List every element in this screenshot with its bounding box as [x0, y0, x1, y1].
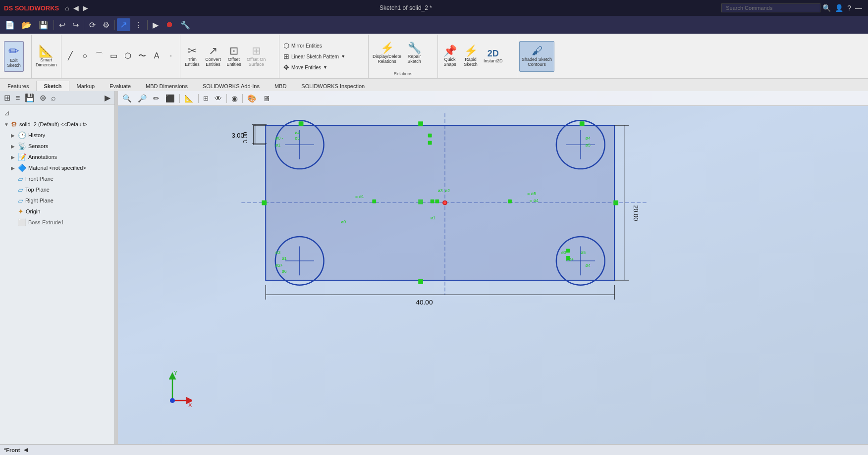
quick-snaps-button[interactable]: 📌 QuickSnaps — [440, 41, 460, 72]
offset-label: OffsetEntities — [226, 57, 241, 67]
qat-macro-button[interactable]: ▶ — [150, 19, 162, 31]
repair-sketch-button[interactable]: 🔧 RepairSketch — [404, 38, 424, 69]
view-zoom-fit-button[interactable]: 🔍 — [120, 93, 134, 104]
tab-solidworks-inspection[interactable]: SOLIDWORKS Inspection — [294, 81, 372, 91]
svg-rect-17 — [580, 121, 585, 126]
view-sketch-edit-button[interactable]: ✏ — [151, 93, 162, 104]
view-realview-button[interactable]: 🎨 — [245, 93, 259, 104]
tree-item-origin[interactable]: ✦ Origin — [0, 206, 114, 217]
qat-save-button[interactable]: 💾 — [36, 19, 52, 31]
search-button[interactable]: 🔍 — [820, 4, 833, 12]
tree-item-history[interactable]: ▶ 🕐 History — [0, 130, 114, 141]
offset-surface-label: Offset OnSurface — [247, 57, 266, 67]
sidebar-list-button[interactable]: ≡ — [13, 93, 22, 103]
exit-sketch-button[interactable]: ✏ ExitSketch — [4, 41, 24, 72]
offset-surface-icon: ⊞ — [252, 46, 261, 56]
rapid-sketch-button[interactable]: ⚡ RapidSketch — [461, 41, 481, 72]
line-button[interactable]: ╱ — [63, 49, 77, 64]
tree-item-material[interactable]: ▶ 🔷 Material <not specified> — [0, 162, 114, 173]
view-mode-button[interactable]: 👁 — [212, 93, 224, 103]
tree-item-front-plane[interactable]: ▱ Front Plane — [0, 173, 114, 184]
help-button[interactable]: ? — [845, 4, 853, 12]
minimize-button[interactable]: — — [853, 4, 864, 12]
view-appearance-button[interactable]: ◉ — [229, 93, 240, 104]
svg-text:ø5: ø5 — [586, 143, 591, 148]
display-relations-button[interactable]: ⚡ Display/DeleteRelations — [371, 38, 403, 69]
sketch-view[interactable]: ø0 ø1 - ø4 ø5 ø4 ø5 = ø1 ø3 ø2 = ø5 = ø4… — [227, 108, 663, 321]
svg-rect-24 — [566, 249, 570, 253]
point-button[interactable]: · — [164, 49, 178, 64]
tree-item-annotations[interactable]: ▶ 📝 Annotations — [0, 152, 114, 162]
qat-redo-button[interactable]: ↪ — [69, 19, 82, 31]
linear-sketch-button[interactable]: ⊞ Linear Sketch Pattern ▼ — [281, 51, 347, 61]
svg-text:Y: Y — [174, 371, 178, 376]
tree-item-boss-extrude[interactable]: ⬜ Boss-Extrude1 — [0, 217, 114, 228]
nav-forward-button[interactable]: ▶ — [81, 4, 90, 12]
qat-options-button[interactable]: ⚙ — [100, 19, 112, 31]
canvas-area[interactable]: 🔍 🔎 ✏ ⬛ 📐 ⊞ 👁 ◉ 🎨 🖥 — [118, 91, 868, 455]
nav-back-button[interactable]: ◀ — [71, 4, 81, 12]
svg-text:ø5: ø5 — [295, 136, 300, 141]
qat-separator-2 — [84, 20, 84, 30]
shaded-sketch-button[interactable]: 🖌 Shaded SketchContours — [519, 41, 554, 72]
tree-item-top-plane[interactable]: ▱ Top Plane — [0, 184, 114, 195]
qat-rebuild-button[interactable]: ⟳ — [86, 19, 99, 31]
nav-home-button[interactable]: ⌂ — [63, 4, 71, 12]
tab-solidworks-addins[interactable]: SOLIDWORKS Add-Ins — [195, 81, 267, 91]
rectangle-button[interactable]: ▭ — [107, 49, 120, 64]
spline-button[interactable]: 〜 — [135, 49, 149, 64]
svg-text:ø4: ø4 — [295, 130, 300, 135]
material-label: Material <not specified> — [28, 165, 86, 171]
polygon-button[interactable]: ⬡ — [121, 49, 135, 64]
expand-right-plane — [11, 198, 18, 203]
qat-undo-button[interactable]: ↩ — [56, 19, 68, 31]
arc-button[interactable]: ⌒ — [92, 49, 106, 64]
tab-markup[interactable]: Markup — [69, 81, 103, 91]
sidebar-save-button[interactable]: 💾 — [23, 92, 37, 103]
tab-mbd-dimensions[interactable]: MBD Dimensions — [138, 81, 195, 91]
sidebar-navigate-button[interactable]: ▶ — [103, 92, 112, 103]
qat-new-button[interactable]: 📄 — [2, 19, 18, 31]
view-zoom-area-button[interactable]: 🔎 — [135, 93, 150, 104]
svg-rect-27 — [508, 200, 512, 203]
tree-item-sensors[interactable]: ▶ 📡 Sensors — [0, 141, 114, 152]
svg-text:ø1: ø1 — [275, 143, 280, 148]
qat-open-button[interactable]: 📂 — [19, 19, 35, 31]
view-section-button[interactable]: 📐 — [182, 93, 196, 104]
tab-features[interactable]: Features — [0, 81, 36, 91]
move-entities-button[interactable]: ✥ Move Entities ▼ — [281, 62, 347, 72]
qat-record-button[interactable]: ⏺ — [163, 19, 176, 30]
sidebar-filter-button[interactable]: ⊞ — [2, 92, 12, 103]
convert-entities-button[interactable]: ↗ ConvertEntities — [203, 41, 223, 72]
circle-button[interactable]: ○ — [78, 49, 92, 64]
tab-sketch[interactable]: Sketch — [36, 81, 69, 91]
offset-entities-button[interactable]: ⊡ OffsetEntities — [224, 41, 244, 72]
view-grid-button[interactable]: ⊞ — [201, 94, 211, 103]
sidebar-toolbar: ⊞ ≡ 💾 ⊕ ⌕ ▶ — [0, 91, 114, 105]
user-button[interactable]: 👤 — [833, 4, 845, 12]
tree-item-solid2[interactable]: ▼ ⚙ solid_2 (Default) <<Default> — [0, 119, 114, 130]
tab-mbd[interactable]: MBD — [267, 81, 294, 91]
search-commands-input[interactable] — [721, 3, 820, 12]
sidebar-search-button[interactable]: ⌕ — [49, 93, 58, 103]
material-icon: 🔷 — [18, 164, 26, 172]
qat-separator-3 — [114, 20, 115, 30]
sidebar-pin-button[interactable]: ⊕ — [38, 92, 48, 103]
tree-item-right-plane[interactable]: ▱ Right Plane — [0, 195, 114, 206]
tab-evaluate[interactable]: Evaluate — [102, 81, 138, 91]
offset-surface-button[interactable]: ⊞ Offset OnSurface — [245, 41, 268, 72]
svg-rect-22 — [428, 134, 432, 138]
view-display2-button[interactable]: 🖥 — [260, 93, 272, 103]
instant2d-button[interactable]: 2D Instant2D — [482, 41, 505, 72]
scroll-left-button[interactable]: ◀ — [24, 447, 28, 453]
view-display-button[interactable]: ⬛ — [163, 93, 177, 104]
qat-fly-out-button[interactable]: ⋮ — [131, 19, 145, 31]
qat-selection-button[interactable]: ↗ — [117, 18, 130, 31]
text-button[interactable]: A — [150, 49, 163, 64]
trim-entities-button[interactable]: ✂ TrimEntities — [182, 41, 202, 72]
expand-boss-extrude — [11, 220, 18, 225]
mirror-entities-button[interactable]: ⬡ Mirror Entities — [281, 41, 347, 51]
smart-dimension-button[interactable]: 📐 SmartDimension — [34, 41, 59, 72]
svg-text:ø3: ø3 — [437, 188, 442, 193]
qat-settings-button[interactable]: 🔧 — [177, 19, 193, 31]
